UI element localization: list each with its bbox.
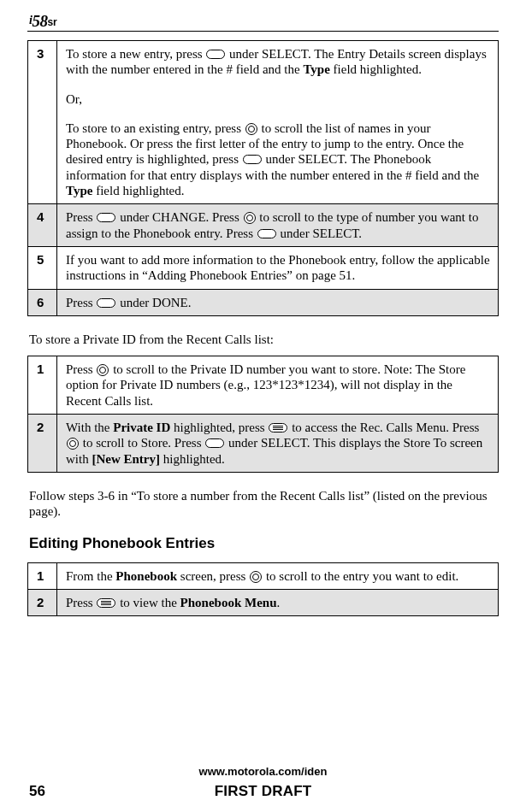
step-text: If you want to add more information to t… (57, 246, 499, 289)
scroll-key-icon (244, 212, 256, 224)
step-number: 2 (28, 589, 57, 615)
scroll-key-icon (245, 123, 257, 135)
table-row: 6Press under DONE. (28, 289, 499, 315)
logo-suffix: sr (47, 16, 56, 28)
logo-number: 58 (32, 12, 47, 30)
steps-table-continued: 3To store a new entry, press under SELEC… (27, 40, 499, 316)
step-number: 5 (28, 246, 57, 289)
table-row: 5If you want to add more information to … (28, 246, 499, 289)
draft-label: FIRST DRAFT (215, 783, 312, 800)
bold-text: Type (303, 62, 329, 76)
table-row: 2With the Private ID highlighted, press … (28, 415, 499, 473)
steps-table-editing: 1From the Phonebook screen, press to scr… (27, 562, 499, 617)
table-row: 1From the Phonebook screen, press to scr… (28, 562, 499, 589)
step-number: 1 (28, 356, 57, 415)
footer-url: www.motorola.com/iden (27, 765, 499, 778)
bold-text: Type (66, 184, 92, 197)
scroll-key-icon (67, 438, 79, 450)
step-text: From the Phonebook screen, press to scro… (57, 562, 499, 589)
steps-table-private-id: 1Press to scroll to the Private ID numbe… (27, 356, 499, 473)
soft-key-icon (205, 438, 224, 448)
bold-text: Private ID (113, 421, 170, 434)
header-rule (27, 31, 499, 32)
page-number: 56 (29, 783, 45, 800)
section-heading: Editing Phonebook Entries (29, 535, 499, 552)
bold-text: Phonebook (115, 569, 177, 583)
step-number: 6 (28, 289, 57, 315)
mid-paragraph: To store a Private ID from the Recent Ca… (29, 332, 497, 347)
after-paragraph: Follow steps 3-6 in “To store a number f… (29, 488, 497, 520)
scroll-key-icon (250, 571, 262, 583)
header-logo: i58sr (27, 13, 499, 29)
step-text: To store a new entry, press under SELECT… (57, 41, 499, 204)
soft-key-icon (243, 155, 262, 164)
soft-key-icon (206, 50, 225, 59)
soft-key-icon (257, 229, 276, 238)
page-footer: www.motorola.com/iden 56 FIRST DRAFT (27, 765, 499, 800)
step-number: 2 (28, 415, 57, 473)
step-number: 3 (28, 41, 57, 204)
table-row: 4Press under CHANGE. Press to scroll to … (28, 204, 499, 247)
step-text: Press to view the Phonebook Menu. (57, 589, 499, 615)
step-text: Press under CHANGE. Press to scroll to t… (57, 204, 499, 247)
menu-key-icon (97, 598, 115, 608)
scroll-key-icon (97, 364, 109, 376)
soft-key-icon (97, 213, 115, 222)
step-text: Press to scroll to the Private ID number… (57, 356, 499, 415)
table-row: 2Press to view the Phonebook Menu. (28, 589, 499, 615)
step-text: Press under DONE. (57, 289, 499, 315)
table-row: 1Press to scroll to the Private ID numbe… (28, 356, 499, 415)
soft-key-icon (97, 298, 115, 308)
table-row: 3To store a new entry, press under SELEC… (28, 41, 499, 204)
bold-text: [New Entry] (92, 452, 160, 466)
bold-text: Phonebook Menu (180, 596, 277, 609)
menu-key-icon (269, 423, 287, 432)
step-number: 1 (28, 562, 57, 589)
step-number: 4 (28, 204, 57, 247)
step-text: With the Private ID highlighted, press t… (57, 415, 499, 473)
